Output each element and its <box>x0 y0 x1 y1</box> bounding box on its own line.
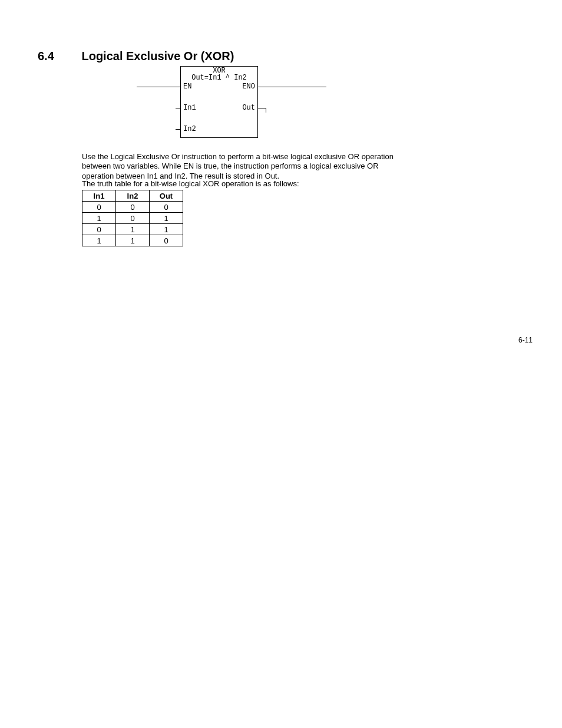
table-row: 0 0 0 <box>82 202 183 213</box>
paragraph-truth-intro: The truth table for a bit-wise logical X… <box>82 179 412 189</box>
stub-out-down <box>266 108 266 113</box>
fb-eno-label: ENO <box>242 83 255 91</box>
document-page: 6.4 Logical Exclusive Or (XOR) XOR Out=I… <box>0 0 562 728</box>
cell: 1 <box>150 224 183 235</box>
table-row: 1 0 1 <box>82 213 183 224</box>
section-title: Logical Exclusive Or (XOR) <box>81 50 234 63</box>
cell: 0 <box>150 202 183 213</box>
stub-in2 <box>176 129 180 130</box>
cell: 1 <box>82 235 116 246</box>
table-row: 0 1 1 <box>82 224 183 235</box>
stub-out <box>257 108 266 108</box>
paragraph-description: Use the Logical Exclusive Or instruction… <box>82 152 412 181</box>
fb-in1-label: In1 <box>183 104 196 112</box>
cell: 0 <box>82 202 116 213</box>
fb-equation: Out=In1 ^ In2 <box>181 74 257 82</box>
cell: 0 <box>150 235 183 246</box>
truth-table: In1 In2 Out 0 0 0 1 0 1 0 1 1 1 <box>82 190 183 246</box>
cell: 0 <box>82 224 116 235</box>
cell: 1 <box>150 213 183 224</box>
rail-left <box>137 87 180 87</box>
fb-en-label: EN <box>183 83 191 91</box>
section-heading: 6.4 Logical Exclusive Or (XOR) <box>38 50 527 63</box>
cell: 0 <box>116 202 150 213</box>
th-in1: In1 <box>82 190 116 202</box>
cell: 0 <box>116 213 150 224</box>
function-block-diagram: XOR Out=In1 ^ In2 EN ENO In1 Out In2 <box>137 66 326 140</box>
function-block-box: XOR Out=In1 ^ In2 EN ENO In1 Out In2 <box>180 66 258 138</box>
fb-in2-label: In2 <box>183 126 196 133</box>
cell: 1 <box>82 213 116 224</box>
table-header-row: In1 In2 Out <box>82 190 183 202</box>
th-in2: In2 <box>116 190 150 202</box>
table-row: 1 1 0 <box>82 235 183 246</box>
page-number: 6-11 <box>518 336 533 344</box>
section-number: 6.4 <box>38 50 79 63</box>
stub-in1 <box>176 108 180 108</box>
th-out: Out <box>150 190 183 202</box>
rail-right <box>257 87 326 87</box>
cell: 1 <box>116 235 150 246</box>
cell: 1 <box>116 224 150 235</box>
fb-out-label: Out <box>242 104 255 112</box>
